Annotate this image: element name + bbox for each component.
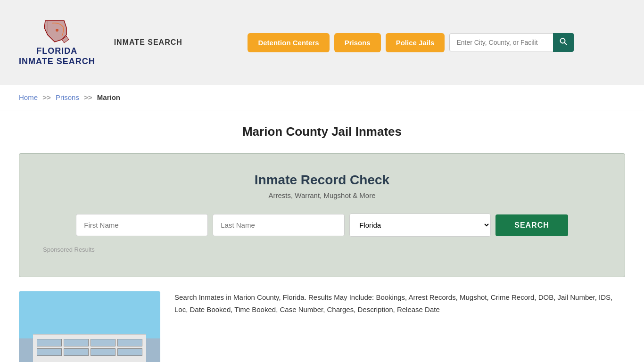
- header-search-button[interactable]: [553, 33, 574, 52]
- content-section: Search Inmates in Marion County, Florida…: [19, 291, 625, 362]
- page-title-area: Marion County Jail Inmates: [0, 110, 644, 148]
- building-body: [33, 334, 146, 362]
- svg-point-3: [56, 29, 58, 32]
- window: [117, 339, 142, 346]
- window: [117, 348, 142, 356]
- police-jails-button[interactable]: Police Jails: [386, 33, 445, 52]
- sponsored-results-label: Sponsored Results: [43, 246, 601, 253]
- page-title: Marion County Jail Inmates: [19, 124, 625, 139]
- record-check-title: Inmate Record Check: [43, 173, 601, 188]
- record-search-button[interactable]: SEARCH: [495, 214, 568, 236]
- breadcrumb-home[interactable]: Home: [19, 93, 38, 101]
- inmate-search-label: INMATE SEARCH: [114, 38, 182, 47]
- content-description: Search Inmates in Marion County, Florida…: [174, 291, 625, 315]
- state-select[interactable]: Florida Alabama Georgia Texas: [349, 214, 491, 237]
- svg-line-5: [565, 43, 567, 45]
- building-illustration: [19, 291, 160, 362]
- first-name-input[interactable]: [76, 214, 208, 236]
- site-header: FLORIDA INMATE SEARCH INMATE SEARCH Dete…: [0, 0, 644, 85]
- breadcrumb-sep-1: >>: [42, 93, 51, 101]
- header-search-input[interactable]: [449, 33, 553, 51]
- building-windows: [33, 335, 146, 360]
- record-check-fields: Florida Alabama Georgia Texas SEARCH: [43, 214, 601, 237]
- breadcrumb-sep-2: >>: [84, 93, 92, 101]
- logo-area: FLORIDA INMATE SEARCH: [19, 18, 95, 66]
- breadcrumb-current: Marion: [97, 93, 120, 101]
- logo-text: FLORIDA INMATE SEARCH: [19, 46, 95, 66]
- detention-centers-button[interactable]: Detention Centers: [248, 33, 329, 52]
- header-search-area: [449, 33, 574, 52]
- window: [64, 348, 89, 356]
- window: [64, 339, 89, 346]
- breadcrumb-prisons[interactable]: Prisons: [56, 93, 79, 101]
- window: [91, 339, 116, 346]
- last-name-input[interactable]: [213, 214, 345, 236]
- window: [37, 339, 62, 346]
- record-check-subtitle: Arrests, Warrant, Mugshot & More: [43, 191, 601, 199]
- breadcrumb: Home >> Prisons >> Marion: [0, 85, 644, 110]
- window: [91, 348, 116, 356]
- florida-map-icon: [41, 18, 74, 44]
- window: [37, 348, 62, 356]
- inmate-record-check-box: Inmate Record Check Arrests, Warrant, Mu…: [19, 153, 625, 277]
- facility-image: [19, 291, 160, 362]
- prisons-button[interactable]: Prisons: [334, 33, 381, 52]
- main-nav: Detention Centers Prisons Police Jails: [197, 33, 625, 52]
- search-icon: [560, 38, 567, 45]
